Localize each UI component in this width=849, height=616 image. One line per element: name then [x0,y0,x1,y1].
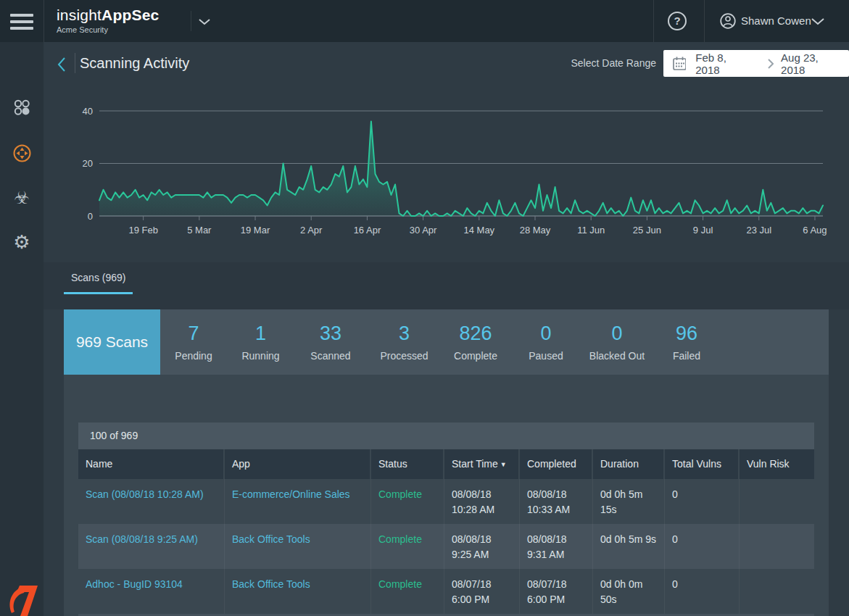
sidebar-item-settings[interactable]: ⚙ [0,233,44,251]
total-vulns-cell: 0 [665,524,740,569]
vuln-risk-cell [740,569,814,614]
table-header-row: NameAppStatusStart Time▼CompletedDuratio… [78,449,814,479]
svg-text:6 Aug: 6 Aug [803,225,827,236]
scan-name-link: Scan (08/08/18 9:25 AM) [78,524,225,569]
stat-value: 7 [188,322,199,345]
scan-name-link[interactable]: Scan (08/08/18 9:25 AM) [86,533,198,545]
app-link: Back Office Tools [225,569,371,614]
divider [653,0,654,42]
apps-grid-icon [13,99,30,116]
start-time-cell: 08/08/18 10:28 AM [444,479,520,524]
stat-complete[interactable]: 826Complete [442,309,510,375]
user-menu-chevron-icon[interactable] [811,18,824,25]
tab-strip-background [44,262,849,309]
table-row[interactable]: Scan (08/08/18 9:25 AM)Back Office Tools… [78,524,814,569]
product-name: insightAppSec [57,7,160,24]
back-chevron-icon[interactable] [57,57,66,72]
svg-text:40: 40 [83,106,93,117]
scan-name-link[interactable]: Scan (08/08/18 10:28 AM) [86,488,204,500]
menu-icon[interactable] [10,14,33,33]
stat-label: Processed [380,350,428,362]
app-link[interactable]: Back Office Tools [232,578,310,590]
stat-pending[interactable]: 7Pending [160,309,227,375]
user-avatar-icon [720,13,736,29]
svg-text:11 Jun: 11 Jun [577,225,605,236]
scan-name-link: Scan (08/08/18 10:28 AM) [78,479,225,524]
svg-text:30 Apr: 30 Apr [410,225,437,236]
app-link[interactable]: Back Office Tools [232,533,310,545]
tab-scans[interactable]: Scans (969) [71,272,125,283]
scan-status-summary-bar: 969 Scans 7Pending1Running33Scanned3Proc… [64,309,829,375]
stat-label: Scanned [310,350,350,362]
vuln-risk-cell [740,524,814,569]
stat-failed[interactable]: 96Failed [652,309,721,375]
org-name: Acme Security [57,25,160,34]
date-range-picker[interactable]: Feb 8, 2018 Aug 23, 2018 [663,50,849,77]
gear-icon: ⚙ [13,231,30,253]
table-row[interactable]: Adhoc - BugID 93104Back Office ToolsComp… [78,569,814,614]
stat-value: 96 [676,322,697,345]
sidebar: ☣ ⚙ [0,42,44,616]
svg-text:19 Mar: 19 Mar [241,225,270,236]
divider [191,11,191,31]
column-header-total-vulns[interactable]: Total Vulns [665,449,740,479]
help-icon[interactable]: ? [668,12,687,30]
product-name-bold: AppSec [102,7,159,23]
user-menu[interactable]: Shawn Cowen [741,0,811,42]
date-range-start[interactable]: Feb 8, 2018 [695,51,749,76]
table-row[interactable]: Scan (08/08/18 10:28 AM)E-commerce/Onlin… [78,479,814,524]
svg-text:19 Feb: 19 Feb [128,225,157,236]
column-header-completed[interactable]: Completed [520,449,593,479]
duration-cell: 0d 0h 0m 50s [593,569,665,614]
stat-label: Running [241,350,279,362]
sidebar-item-vulnerabilities[interactable]: ☣ [0,188,44,207]
column-header-app[interactable]: App [225,449,371,479]
column-header-status[interactable]: Status [371,449,444,479]
date-range-label: Select Date Range [571,57,656,69]
column-header-name[interactable]: Name [78,449,225,479]
svg-text:2 Apr: 2 Apr [300,225,323,236]
stat-scanned[interactable]: 33Scanned [294,309,367,375]
app-link: E-commerce/Online Sales [225,479,371,524]
date-range-end[interactable]: Aug 23, 2018 [781,51,840,76]
scan-activity-chart: 0204019 Feb5 Mar19 Mar2 Apr16 Apr30 Apr1… [80,101,837,246]
product-switcher-chevron-icon[interactable] [199,19,210,25]
stat-value: 3 [399,322,410,345]
product-name-light: insight [57,7,102,23]
page-title: Scanning Activity [80,53,189,73]
results-count: 100 of 969 [78,423,814,449]
top-nav-bar: insightAppSec Acme Security ? Shawn Cowe… [0,0,849,42]
stat-label: Pending [175,350,212,362]
main-content: Scanning Activity Select Date Range Feb … [44,42,849,616]
stat-paused[interactable]: 0Paused [510,309,582,375]
svg-text:28 May: 28 May [520,225,551,236]
status-text: Complete [371,479,444,524]
svg-text:14 May: 14 May [463,225,494,236]
app-link[interactable]: E-commerce/Online Sales [232,488,350,500]
total-scans-box[interactable]: 969 Scans [64,309,160,375]
scan-name-link[interactable]: Adhoc - BugID 93104 [86,578,183,590]
vuln-risk-cell [740,479,814,524]
date-range-arrow-icon [768,59,774,69]
table-body: Scan (08/08/18 10:28 AM)E-commerce/Onlin… [78,479,814,614]
stat-running[interactable]: 1Running [227,309,294,375]
svg-text:20: 20 [83,158,93,169]
completed-cell: 08/07/18 6:00 PM [520,569,593,614]
column-header-start-time[interactable]: Start Time▼ [444,449,520,479]
column-header-duration[interactable]: Duration [593,449,665,479]
stat-value: 826 [459,322,492,345]
stat-value: 0 [611,322,622,345]
app-link: Back Office Tools [225,524,371,569]
sidebar-item-scans-active[interactable] [0,143,44,163]
stat-processed[interactable]: 3Processed [367,309,442,375]
product-logo[interactable]: insightAppSec Acme Security [57,7,160,34]
stat-label: Complete [454,350,497,362]
sort-desc-icon: ▼ [500,461,507,468]
scan-name-link: Adhoc - BugID 93104 [78,569,225,614]
column-header-vuln-risk[interactable]: Vuln Risk [740,449,814,479]
calendar-icon [672,56,686,71]
stat-blacked-out[interactable]: 0Blacked Out [582,309,652,375]
sidebar-item-apps[interactable] [0,99,44,116]
start-time-cell: 08/08/18 9:25 AM [444,524,520,569]
stat-label: Blacked Out [589,350,645,362]
